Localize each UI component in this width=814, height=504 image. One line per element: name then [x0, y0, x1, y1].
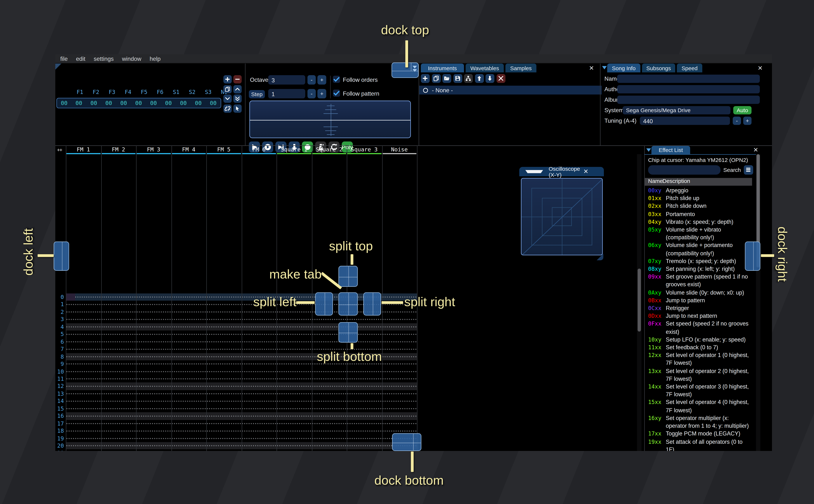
pattern-scrollbar-thumb[interactable] — [638, 269, 641, 332]
menu-settings[interactable]: settings — [94, 55, 114, 62]
order-cell-5[interactable]: 00 — [146, 100, 161, 106]
pattern-row-17[interactable]: 17 — [55, 420, 417, 427]
hamburger-menu-icon[interactable] — [744, 165, 753, 175]
order-cell-2[interactable]: 00 — [101, 100, 116, 106]
order-cell-4[interactable]: 00 — [131, 100, 146, 106]
close-icon[interactable]: ✕ — [758, 65, 763, 72]
effect-row-12xx[interactable]: 12xxSet level of operator 1 (0 highest, … — [645, 352, 753, 367]
step-plus-button[interactable]: + — [317, 89, 326, 98]
octave-minus-button[interactable]: - — [307, 75, 316, 85]
effect-row-06xy[interactable]: 06xyVolume slide + portamento (compatibi… — [645, 242, 753, 257]
tab-song-info[interactable]: Song Info — [607, 64, 640, 72]
duplicate-order-icon[interactable] — [223, 85, 232, 93]
menu-window[interactable]: window — [122, 55, 141, 62]
album-field[interactable] — [617, 96, 760, 104]
order-cell-7[interactable]: 00 — [176, 100, 191, 106]
effect-row-01xx[interactable]: 01xxPitch slide up — [645, 195, 753, 203]
split-top-target[interactable] — [338, 266, 358, 287]
effect-row-16xy[interactable]: 16xySet operator multiplier (x: operator… — [645, 414, 753, 430]
move-order-down-icon[interactable] — [223, 95, 232, 103]
pattern-row-15[interactable]: 15 — [55, 405, 417, 412]
tab-subsongs[interactable]: Subsongs — [642, 64, 675, 72]
octave-input[interactable] — [268, 75, 305, 85]
close-icon[interactable]: ✕ — [753, 146, 758, 154]
effect-row-00xy[interactable]: 00xyArpeggio — [645, 187, 753, 195]
effect-search-input[interactable] — [648, 165, 721, 175]
pattern-row-0[interactable]: 0 — [55, 293, 417, 301]
effect-row-19xx[interactable]: 19xxSet attack of all operators (0 to 1F… — [645, 438, 753, 451]
system-field[interactable] — [623, 106, 731, 114]
order-cell-6[interactable]: 00 — [161, 100, 176, 106]
pattern-row-13[interactable]: 13 — [55, 390, 417, 398]
pattern-row-16[interactable]: 16 — [55, 412, 417, 420]
order-change-mode-icon[interactable] — [233, 104, 241, 113]
auto-system-button[interactable]: Auto — [733, 106, 752, 114]
menu-file[interactable]: file — [60, 55, 68, 62]
follow-pattern-checkbox[interactable] — [333, 90, 340, 97]
effect-row-02xx[interactable]: 02xxPitch slide down — [645, 202, 753, 210]
dock-bottom-target[interactable] — [392, 433, 422, 451]
tab-effect-list[interactable]: Effect List — [651, 146, 690, 154]
follow-orders-checkbox[interactable] — [333, 76, 340, 83]
effect-row-0Dxx[interactable]: 0DxxJump to next pattern — [645, 312, 753, 320]
order-cell-1[interactable]: 00 — [86, 100, 101, 106]
octave-plus-button[interactable]: + — [317, 75, 326, 85]
step-minus-button[interactable]: - — [307, 89, 316, 98]
channel-header-square-1[interactable]: Square 1 — [276, 146, 312, 153]
effect-row-05xy[interactable]: 05xyVolume slide + vibrato (compatibilit… — [645, 226, 753, 242]
move-order-up-icon[interactable] — [233, 85, 241, 93]
collapse-caret-icon[interactable] — [646, 148, 651, 152]
pattern-row-10[interactable]: 10 — [55, 368, 417, 375]
dock-left-target[interactable] — [54, 242, 69, 271]
split-left-target[interactable] — [315, 292, 333, 316]
tuning-plus-button[interactable]: + — [743, 117, 752, 125]
effect-row-13xx[interactable]: 13xxSet level of operator 2 (0 highest, … — [645, 367, 753, 383]
tuning-minus-button[interactable]: - — [733, 117, 741, 125]
pattern-row-18[interactable]: 18 — [55, 427, 417, 435]
channel-header-square-2[interactable]: Square 2 — [312, 146, 347, 153]
pattern-options-button[interactable]: ++ — [57, 147, 62, 153]
pattern-row-20[interactable]: 20 — [55, 442, 417, 449]
tab-speed[interactable]: Speed — [677, 64, 702, 72]
pattern-scrollbar[interactable] — [637, 154, 642, 451]
name-field[interactable] — [617, 75, 760, 83]
pattern-row-11[interactable]: 11 — [55, 375, 417, 383]
collapse-caret-icon[interactable] — [525, 170, 543, 173]
close-icon[interactable]: ✕ — [589, 65, 594, 72]
order-cell-3[interactable]: 00 — [116, 100, 131, 106]
channel-header-fm-3[interactable]: FM 3 — [136, 146, 171, 153]
save-instrument-icon[interactable] — [453, 74, 462, 83]
channel-header-noise[interactable]: Noise — [382, 146, 417, 153]
effect-row-0Fxx[interactable]: 0FxxSet speed (speed 2 if no grooves exi… — [645, 320, 753, 336]
channel-header-square-3[interactable]: Square 3 — [347, 146, 382, 153]
tuning-field[interactable] — [640, 117, 730, 125]
effect-row-10xy[interactable]: 10xySetup LFO (x: enable; y: speed) — [645, 336, 753, 344]
tab-wavetables[interactable]: Wavetables — [466, 64, 504, 72]
open-instrument-icon[interactable] — [443, 74, 451, 83]
pattern-row-1[interactable]: 1 — [55, 301, 417, 308]
oscilloscope-title-bar[interactable]: Oscilloscope (X-Y) ✕ — [519, 167, 604, 176]
deep-clone-order-icon[interactable] — [223, 104, 232, 113]
duplicate-instrument-icon[interactable] — [432, 74, 441, 83]
channel-header-fm-2[interactable]: FM 2 — [101, 146, 136, 153]
instrument-list-item[interactable]: - None - — [419, 86, 602, 95]
effect-row-17xx[interactable]: 17xxToggle PCM mode (LEGACY) — [645, 430, 753, 438]
dock-right-target[interactable] — [745, 242, 760, 271]
author-field[interactable] — [617, 85, 760, 93]
dock-top-target[interactable] — [391, 62, 419, 78]
pattern-row-21[interactable]: 21 — [55, 449, 417, 451]
split-right-target[interactable] — [363, 292, 381, 316]
channel-header-fm-5[interactable]: FM 5 — [206, 146, 241, 153]
add-order-icon[interactable] — [223, 75, 232, 83]
channel-header-fm-6[interactable]: FM 6 — [241, 146, 277, 153]
effect-row-0Bxx[interactable]: 0BxxJump to pattern — [645, 297, 753, 305]
pattern-cursor[interactable] — [66, 293, 75, 301]
order-cell-0[interactable]: 00 — [71, 100, 86, 106]
effect-row-07xy[interactable]: 07xyTremolo (x: speed; y: depth) — [645, 257, 753, 265]
effect-row-0Cxx[interactable]: 0CxxRetrigger — [645, 305, 753, 312]
order-row[interactable]: 0000000000000000000000 — [56, 98, 221, 108]
pattern-row-3[interactable]: 3 — [55, 316, 417, 323]
tab-samples[interactable]: Samples — [506, 64, 537, 72]
remove-order-icon[interactable] — [233, 75, 241, 83]
effect-row-11xx[interactable]: 11xxSet feedback (0 to 7) — [645, 344, 753, 352]
